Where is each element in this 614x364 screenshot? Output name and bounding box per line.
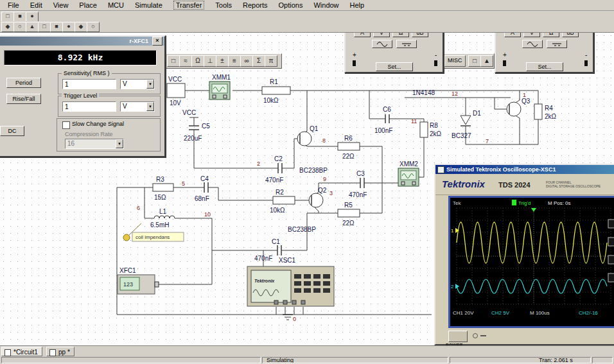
inductor-l1[interactable]: L1 6.5mH — [150, 208, 175, 229]
status-time-panel: Tran: 2.061 s — [450, 357, 591, 363]
resistor-r4[interactable]: R4 2kΩ — [534, 104, 557, 120]
toolbar-icon[interactable]: ▲ — [26, 22, 39, 32]
rise-fall-button[interactable]: Rise/Fall — [6, 94, 41, 104]
diode-d1[interactable]: D1 BC327 — [452, 110, 481, 139]
menu-mcu[interactable]: MCU — [108, 1, 124, 9]
component-toolbar-icon[interactable]: Ω — [191, 55, 204, 67]
misc-button[interactable]: MISC — [444, 55, 466, 67]
menu-transfer[interactable]: Transfer — [173, 1, 205, 10]
dc-mode-button[interactable] — [396, 40, 417, 48]
chevron-down-icon[interactable]: ▼ — [146, 80, 154, 89]
frequency-counter-titlebar[interactable]: r-XFC1 × — [0, 37, 164, 46]
component-toolbar-icon[interactable]: ≡ — [228, 55, 241, 67]
xsc1-instrument-icon[interactable]: XSC1 Tektronix — [247, 257, 334, 306]
misc-toolbar-icon[interactable]: □ — [468, 55, 481, 67]
capacitor-c2[interactable]: C2 470nF — [265, 155, 283, 184]
resistor-r3[interactable]: R3 15Ω — [153, 176, 173, 201]
power-bar-icon — [480, 335, 486, 336]
resistor-r2[interactable]: R2 10kΩ — [270, 189, 295, 214]
menu-place[interactable]: Place — [79, 1, 97, 9]
slow-change-group: Slow Change Signal Compression Rate 16 ▼ — [57, 118, 161, 152]
toolbar-icon[interactable]: ● — [26, 12, 39, 22]
node-12: 12 — [452, 91, 458, 97]
resistor-r1[interactable]: R1 10kΩ — [262, 78, 290, 104]
toolbar-icon[interactable]: ◆ — [1, 22, 14, 32]
menu-window[interactable]: Window — [313, 1, 338, 9]
menu-view[interactable]: View — [53, 1, 69, 9]
transistor-q1[interactable]: Q1 BC238BP — [297, 125, 328, 174]
period-button[interactable]: Period — [6, 78, 41, 88]
transistor-q2[interactable]: Q2 BC238BP — [288, 187, 327, 233]
toolbar-icon[interactable]: □ — [1, 12, 14, 22]
xmm1-instrument-icon[interactable]: XMM1 — [209, 74, 231, 100]
toolbar-icon[interactable]: ■ — [13, 12, 26, 22]
capacitor-c5[interactable]: C5 220uF — [184, 123, 210, 142]
toolbar-icon[interactable]: ○ — [13, 22, 26, 32]
svg-text:R8: R8 — [430, 122, 438, 129]
document-icon — [4, 349, 11, 356]
resistor-r6[interactable]: R6 22Ω — [338, 135, 360, 160]
set-button[interactable]: Set... — [526, 62, 563, 71]
component-toolbar-icon[interactable]: ∞ — [240, 55, 253, 67]
negative-terminal[interactable] — [584, 60, 588, 66]
toolbar-icon[interactable]: ○ — [87, 22, 100, 32]
menu-reports[interactable]: Reports — [243, 1, 268, 9]
trigger-unit-select[interactable]: V ▼ — [120, 101, 155, 112]
component-toolbar-icon[interactable]: □ — [167, 55, 180, 67]
set-button[interactable]: Set... — [376, 62, 413, 71]
capacitor-c4[interactable]: C4 68nF — [195, 175, 209, 202]
xfc1-instrument-icon[interactable]: XFC1 123 — [118, 267, 159, 294]
svg-text:220uF: 220uF — [184, 135, 202, 142]
power-button[interactable] — [448, 331, 468, 342]
dc-mode-button[interactable] — [547, 40, 567, 48]
oscilloscope-window[interactable]: Simulated Tektronix Oscilloscope-XSC1 Te… — [434, 164, 614, 345]
menu-file[interactable]: File — [8, 1, 19, 9]
trigger-level-input[interactable] — [62, 101, 116, 112]
chevron-down-icon[interactable]: ▼ — [116, 139, 123, 148]
capacitor-c6[interactable]: C6 100nF — [374, 106, 392, 134]
tab-circuit1[interactable]: *Circuit1 — [1, 347, 42, 356]
menu-edit[interactable]: Edit — [30, 1, 42, 9]
toolbar-icon[interactable]: ■ — [50, 22, 63, 32]
component-toolbar-icon[interactable]: π — [265, 55, 277, 67]
ac-mode-button[interactable] — [372, 40, 392, 48]
component-toolbar-icon[interactable]: ⊥ — [204, 55, 216, 67]
vcc2-label: VCC — [182, 109, 196, 116]
close-icon[interactable]: × — [152, 37, 162, 46]
compression-rate-select[interactable]: 16 ▼ — [65, 139, 124, 149]
d1-part-label: 1N4148 — [412, 89, 435, 96]
menu-options[interactable]: Options — [279, 1, 303, 9]
component-toolbar-icon[interactable]: Σ — [252, 55, 265, 67]
ground-symbol[interactable]: 0 — [283, 315, 296, 322]
toolbar-icon[interactable]: □ — [38, 22, 51, 32]
resistor-r8[interactable]: R8 2kΩ — [420, 122, 442, 137]
component-toolbar-icon[interactable]: ≈ — [179, 55, 192, 67]
positive-terminal[interactable] — [353, 60, 356, 66]
positive-terminal[interactable] — [503, 60, 506, 66]
toolbar-icon[interactable]: ◆ — [75, 22, 87, 32]
frequency-counter-window[interactable]: r-XFC1 × 8.922 kHz Period Rise/Fall DC S… — [0, 35, 166, 157]
menu-help[interactable]: Help — [350, 1, 365, 9]
chevron-down-icon[interactable]: ▼ — [146, 102, 154, 111]
sensitivity-input[interactable] — [62, 79, 116, 89]
vcc-source[interactable]: VCC 10V — [167, 76, 185, 107]
capacitor-c3[interactable]: C3 470nF — [349, 170, 367, 198]
misc-toolbar-icon[interactable]: ▲ — [480, 55, 493, 67]
xmm2-instrument-icon[interactable]: XMM2 — [398, 160, 419, 186]
toolbar-icon[interactable]: ● — [62, 22, 75, 32]
scope-screen-svg: Tek Trig'd M Pos: 0s 1 2 — [450, 198, 614, 322]
sensitivity-unit-select[interactable]: V ▼ — [120, 79, 155, 89]
slow-change-checkbox[interactable] — [62, 121, 70, 129]
negative-terminal[interactable] — [434, 60, 437, 66]
ac-mode-button[interactable] — [522, 40, 543, 48]
tab-pp[interactable]: pp * — [46, 347, 75, 356]
svg-text:22Ω: 22Ω — [342, 220, 355, 227]
svg-text:470nF: 470nF — [254, 255, 272, 262]
resistor-r5[interactable]: R5 22Ω — [338, 202, 360, 227]
menu-simulate[interactable]: Simulate — [135, 1, 162, 9]
menu-tools[interactable]: Tools — [215, 1, 232, 9]
component-toolbar-icon[interactable]: ± — [216, 55, 229, 67]
sensitivity-unit-value: V — [123, 80, 127, 87]
transistor-q3[interactable]: Q3 — [507, 98, 531, 116]
dc-button[interactable]: DC — [0, 126, 24, 136]
